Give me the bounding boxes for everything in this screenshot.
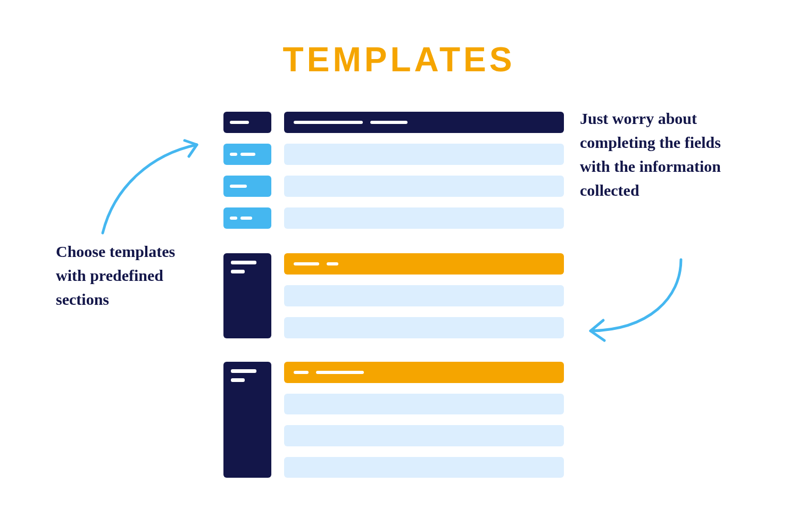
left-caption: Choose templates with predefined section… [56, 239, 178, 311]
field-pale [284, 285, 564, 306]
mock-row-2 [223, 176, 564, 197]
field-pale [284, 207, 564, 229]
side-navy [223, 362, 271, 478]
stack [284, 362, 564, 478]
mock-row-header [223, 112, 564, 133]
stack [284, 253, 564, 338]
right-caption: Just worry about completing the fields w… [580, 106, 737, 202]
template-mock [223, 112, 564, 478]
diagram-stage: TEMPLATES Choose templates with predefin… [0, 0, 798, 532]
tag-blue [223, 207, 271, 229]
tag-blue [223, 176, 271, 197]
field-pale [284, 425, 564, 446]
bar-navy-header [284, 112, 564, 133]
tag-navy [223, 112, 271, 133]
tag-blue [223, 144, 271, 165]
field-pale [284, 317, 564, 338]
side-navy [223, 253, 271, 338]
field-pale [284, 394, 564, 415]
mock-block-3 [223, 362, 564, 478]
page-title: TEMPLATES [0, 40, 798, 79]
bar-gold [284, 253, 564, 275]
arrow-right-icon [575, 255, 692, 348]
arrow-left-icon [93, 133, 215, 242]
mock-block-2 [223, 253, 564, 338]
mock-row-3 [223, 207, 564, 229]
mock-row-1 [223, 144, 564, 165]
field-pale [284, 176, 564, 197]
field-pale [284, 457, 564, 478]
bar-gold [284, 362, 564, 383]
field-pale [284, 144, 564, 165]
